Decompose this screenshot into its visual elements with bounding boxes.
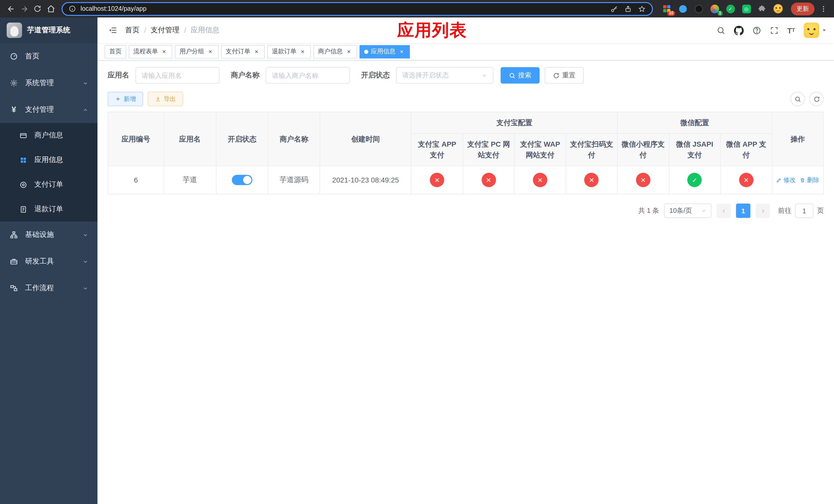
refresh-icon — [813, 96, 820, 102]
col-alipay-app: 支付宝 APP 支付 — [411, 134, 463, 166]
browser-menu-icon[interactable] — [816, 2, 830, 15]
tab-home[interactable]: 首页 — [105, 45, 126, 58]
edit-link[interactable]: 修改 — [776, 176, 796, 184]
sidebar-item-label: 基础设施 — [25, 230, 54, 239]
sidebar: 芋道管理系统 首页 系统管理 ¥ 支付管理 — [0, 18, 97, 504]
app-name-input[interactable] — [141, 71, 213, 79]
extension-grid-icon[interactable]: 10 — [661, 3, 673, 14]
prev-page-button[interactable] — [717, 204, 731, 218]
trash-icon — [800, 177, 806, 183]
sidebar-item-refund-orders[interactable]: 退款订单 — [0, 197, 97, 222]
breadcrumb-home[interactable]: 首页 — [125, 26, 139, 35]
add-button[interactable]: 新增 — [108, 92, 143, 106]
bookmark-star-icon[interactable] — [638, 5, 646, 13]
password-key-icon[interactable] — [610, 5, 618, 13]
tab-merchant-info[interactable]: 商户信息✕ — [313, 45, 357, 58]
col-wx-mini: 微信小程序支付 — [617, 134, 669, 166]
next-page-button[interactable] — [755, 204, 770, 218]
sidebar-item-workflow[interactable]: 工作流程 — [0, 275, 97, 301]
back-icon[interactable] — [4, 2, 18, 15]
font-size-icon[interactable]: TT — [787, 26, 795, 34]
tab-refund-orders[interactable]: 退款订单✕ — [267, 45, 311, 58]
chevron-up-icon — [83, 107, 88, 113]
sidebar-item-system[interactable]: 系统管理 — [0, 70, 97, 96]
extension-check-icon[interactable]: ✓ — [725, 3, 736, 14]
reset-button[interactable]: 重置 — [545, 67, 584, 84]
reload-icon[interactable] — [31, 2, 44, 15]
sidebar-item-label: 退款订单 — [35, 205, 63, 214]
tab-user-group[interactable]: 用户分组✕ — [175, 45, 219, 58]
pencil-icon — [776, 177, 782, 183]
app-name-field-wrap — [135, 67, 220, 84]
page-size-select[interactable]: 10条/页 — [664, 204, 711, 218]
toggle-search-button[interactable] — [790, 92, 805, 106]
goto-page-input[interactable] — [795, 204, 813, 218]
refresh-table-button[interactable] — [809, 92, 824, 106]
breadcrumb-pay[interactable]: 支付管理 — [151, 26, 179, 35]
share-icon[interactable] — [624, 5, 632, 13]
table-row: 6 芋道 芋道源码 2021-10-23 08:49:25 ✕ ✕ ✕ ✕ ✕ … — [108, 166, 824, 194]
profile-avatar-icon[interactable] — [772, 3, 784, 14]
page-number-button[interactable]: 1 — [736, 204, 750, 218]
tab-process-form[interactable]: 流程表单✕ — [129, 45, 172, 58]
extension-avatar-icon[interactable]: 1 — [709, 3, 720, 14]
hamburger-icon[interactable] — [105, 22, 121, 39]
sidebar-item-pay-orders[interactable]: 支付订单 — [0, 172, 97, 197]
home-icon[interactable] — [44, 2, 58, 15]
col-group-alipay: 支付宝配置 — [411, 112, 618, 134]
chevron-down-icon — [83, 285, 88, 291]
dashboard-icon — [9, 52, 19, 61]
breadcrumb-current: 应用信息 — [191, 26, 220, 35]
sidebar-item-label: 研发工具 — [25, 257, 54, 266]
address-bar[interactable]: localhost:1024/pay/app — [62, 2, 653, 16]
sidebar-item-app-info[interactable]: 应用信息 — [0, 148, 97, 172]
chevron-down-icon — [482, 72, 487, 78]
navbar-actions: TT — [716, 23, 827, 38]
fullscreen-icon[interactable] — [770, 26, 778, 35]
col-created: 创建时间 — [320, 112, 411, 166]
help-icon[interactable] — [752, 26, 761, 35]
sidebar-item-merchant-info[interactable]: 商户信息 — [0, 123, 97, 148]
user-menu[interactable] — [804, 23, 827, 38]
extension-green-square-icon[interactable]: ◎ — [741, 3, 752, 14]
merchant-name-input[interactable] — [272, 71, 344, 79]
extension-dark-icon[interactable] — [693, 3, 704, 14]
github-icon[interactable] — [734, 25, 744, 35]
user-avatar — [804, 23, 819, 38]
sidebar-item-label: 应用信息 — [35, 155, 63, 165]
wx-jsapi-status-icon: ✓ — [687, 173, 702, 187]
status-toggle[interactable] — [232, 175, 253, 185]
sidebar-item-pay[interactable]: ¥ 支付管理 — [0, 96, 97, 123]
close-icon[interactable]: ✕ — [207, 48, 214, 55]
search-icon — [794, 96, 801, 102]
sidebar-submenu-pay: 商户信息 应用信息 支付订单 — [0, 123, 97, 222]
extensions-puzzle-icon[interactable] — [756, 3, 768, 14]
close-icon[interactable]: ✕ — [299, 48, 306, 55]
close-icon[interactable]: ✕ — [253, 48, 260, 55]
search-button[interactable]: 搜索 — [501, 67, 540, 84]
caret-down-icon — [822, 28, 827, 33]
browser-update-button[interactable]: 更新 — [791, 2, 814, 15]
close-icon[interactable]: ✕ — [345, 48, 352, 55]
grid-icon — [19, 156, 28, 164]
delete-link[interactable]: 删除 — [800, 176, 819, 184]
tab-pay-orders[interactable]: 支付订单✕ — [221, 45, 265, 58]
col-wx-app: 微信 APP 支付 — [720, 134, 772, 166]
close-icon[interactable]: ✕ — [160, 48, 168, 55]
sidebar-item-infra[interactable]: 基础设施 — [0, 222, 97, 248]
search-icon — [509, 72, 515, 79]
forward-icon[interactable] — [18, 2, 31, 15]
sidebar-item-home[interactable]: 首页 — [0, 43, 97, 70]
extensions-area: 10 1 ✓ ◎ — [657, 3, 788, 14]
status-select[interactable]: 请选择开启状态 — [396, 67, 493, 84]
close-icon[interactable]: ✕ — [398, 48, 405, 55]
sidebar-item-dev-tools[interactable]: 研发工具 — [0, 248, 97, 275]
status-label: 开启状态 — [361, 71, 390, 80]
tab-app-info[interactable]: 应用信息✕ — [359, 45, 410, 58]
export-button[interactable]: 导出 — [148, 92, 183, 106]
extension-drop-icon[interactable] — [677, 3, 688, 14]
url-text[interactable]: localhost:1024/pay/app — [81, 5, 606, 12]
site-info-icon[interactable] — [69, 5, 76, 12]
search-icon[interactable] — [716, 26, 725, 35]
yen-icon: ¥ — [9, 106, 19, 114]
